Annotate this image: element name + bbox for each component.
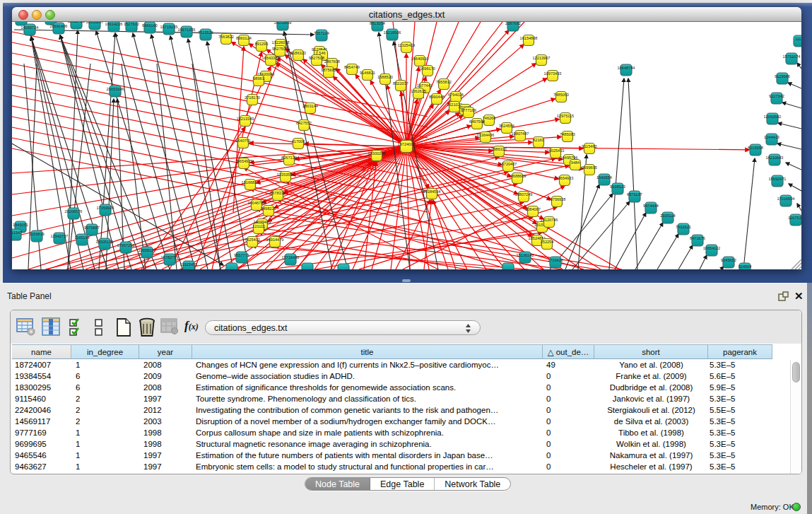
svg-text:15136141: 15136141 <box>517 253 534 257</box>
svg-text:2087682: 2087682 <box>505 22 521 25</box>
svg-text:6966160: 6966160 <box>142 23 158 28</box>
svg-text:15716485: 15716485 <box>282 255 300 259</box>
svg-text:10025433: 10025433 <box>547 148 565 153</box>
svg-text:98961: 98961 <box>253 76 264 81</box>
svg-text:9827508: 9827508 <box>309 56 324 60</box>
svg-text:20053346: 20053346 <box>107 87 124 91</box>
svg-text:9227342: 9227342 <box>769 94 784 98</box>
svg-text:12213967: 12213967 <box>533 56 551 60</box>
svg-text:16640910: 16640910 <box>411 57 429 61</box>
svg-text:6794024: 6794024 <box>448 93 464 97</box>
svg-text:891295: 891295 <box>255 42 269 46</box>
svg-text:18300295: 18300295 <box>368 151 386 156</box>
svg-text:6879197: 6879197 <box>627 192 642 197</box>
svg-text:10688609: 10688609 <box>509 174 526 178</box>
svg-text:9474444: 9474444 <box>643 204 659 208</box>
svg-text:9938923: 9938923 <box>610 185 625 189</box>
svg-text:10653267: 10653267 <box>86 22 104 24</box>
svg-text:10046786: 10046786 <box>248 201 266 205</box>
svg-text:15720407: 15720407 <box>500 162 517 166</box>
svg-text:18311421: 18311421 <box>68 22 85 23</box>
svg-text:9657771: 9657771 <box>234 253 249 257</box>
svg-text:9146821: 9146821 <box>360 71 375 75</box>
svg-text:121111: 121111 <box>252 224 264 228</box>
svg-text:8471676: 8471676 <box>690 236 705 240</box>
svg-text:15692971: 15692971 <box>769 177 787 181</box>
svg-text:2803144: 2803144 <box>302 104 318 108</box>
svg-text:20691406: 20691406 <box>50 24 68 28</box>
svg-text:11923455: 11923455 <box>180 262 197 267</box>
svg-text:7515526: 7515526 <box>198 30 213 35</box>
svg-text:924504: 924504 <box>739 264 752 269</box>
svg-text:3498222: 3498222 <box>261 206 276 211</box>
svg-text:19218506: 19218506 <box>384 30 401 35</box>
svg-text:1977441: 1977441 <box>417 83 433 88</box>
svg-text:8454749: 8454749 <box>344 65 360 69</box>
svg-text:17016504: 17016504 <box>777 197 795 201</box>
svg-text:15751074: 15751074 <box>783 54 801 59</box>
svg-text:6497568: 6497568 <box>469 119 485 124</box>
svg-text:19724007: 19724007 <box>398 142 416 146</box>
svg-text:10654112: 10654112 <box>703 246 720 250</box>
svg-text:10120746: 10120746 <box>541 218 558 222</box>
svg-text:1145194: 1145194 <box>74 235 89 240</box>
svg-text:20206576: 20206576 <box>65 209 83 214</box>
svg-text:8427552: 8427552 <box>296 121 312 125</box>
svg-text:391547: 391547 <box>12 230 22 235</box>
svg-text:2718170: 2718170 <box>245 95 260 100</box>
svg-text:1156819: 1156819 <box>29 232 44 236</box>
svg-text:1362615: 1362615 <box>411 89 426 93</box>
svg-text:3875685: 3875685 <box>321 68 336 72</box>
svg-text:16648784: 16648784 <box>618 66 635 70</box>
svg-text:7986322: 7986322 <box>491 147 507 151</box>
svg-text:9084067: 9084067 <box>525 207 541 211</box>
svg-text:1640751: 1640751 <box>235 139 251 143</box>
svg-text:10719155: 10719155 <box>160 25 178 29</box>
svg-text:19654925: 19654925 <box>235 159 253 163</box>
svg-text:9484: 9484 <box>571 160 579 165</box>
svg-text:7632621: 7632621 <box>676 225 691 229</box>
svg-text:1244413: 1244413 <box>764 135 779 139</box>
svg-text:9699695: 9699695 <box>582 165 597 170</box>
svg-text:417006: 417006 <box>292 139 305 144</box>
svg-text:1167533: 1167533 <box>788 216 801 220</box>
svg-text:8990448: 8990448 <box>429 95 445 99</box>
svg-text:16543382: 16543382 <box>262 56 280 60</box>
svg-text:10756928: 10756928 <box>548 197 566 201</box>
svg-text:62160: 62160 <box>533 138 544 142</box>
svg-text:9129966: 9129966 <box>775 74 790 78</box>
svg-text:19166827: 19166827 <box>242 180 259 185</box>
svg-text:9777169: 9777169 <box>461 108 476 112</box>
svg-text:7357224: 7357224 <box>314 31 329 35</box>
svg-text:13353594: 13353594 <box>277 173 295 177</box>
svg-text:2935114: 2935114 <box>660 214 675 218</box>
svg-text:1588520: 1588520 <box>377 75 393 79</box>
svg-text:14055724: 14055724 <box>21 25 39 30</box>
svg-text:8813054: 8813054 <box>370 22 385 25</box>
svg-text:252254: 252254 <box>541 240 554 244</box>
svg-text:12975115: 12975115 <box>557 114 574 118</box>
svg-text:19384554: 19384554 <box>423 189 441 194</box>
svg-text:8215958: 8215958 <box>748 146 763 150</box>
svg-text:7955812: 7955812 <box>436 80 452 84</box>
svg-text:21364436: 21364436 <box>477 133 495 137</box>
svg-text:17957255: 17957255 <box>117 243 135 247</box>
svg-text:16033809: 16033809 <box>274 22 292 25</box>
svg-text:10958107: 10958107 <box>139 248 156 252</box>
svg-text:10807487: 10807487 <box>512 132 529 136</box>
svg-text:8267130: 8267130 <box>281 156 297 160</box>
svg-text:16782759: 16782759 <box>161 255 179 259</box>
svg-text:16154808: 16154808 <box>520 36 538 40</box>
svg-text:7625402: 7625402 <box>245 238 260 242</box>
svg-text:11325419: 11325419 <box>398 43 415 47</box>
svg-text:9245652: 9245652 <box>721 258 736 262</box>
svg-text:1527602: 1527602 <box>124 22 139 26</box>
svg-text:7663822: 7663822 <box>218 35 234 39</box>
svg-text:3624554: 3624554 <box>499 124 514 128</box>
svg-text:13226058: 13226058 <box>272 40 290 45</box>
svg-text:16614226: 16614226 <box>105 22 123 26</box>
svg-text:18807249: 18807249 <box>515 192 533 197</box>
svg-text:12213349: 12213349 <box>237 117 254 121</box>
svg-text:9115460: 9115460 <box>582 144 596 148</box>
svg-text:1845051: 1845051 <box>13 223 28 227</box>
